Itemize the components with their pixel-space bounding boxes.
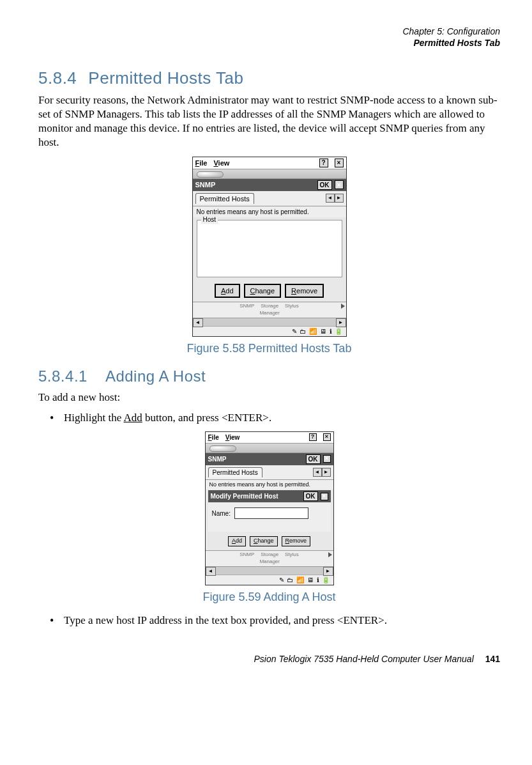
modify-host-window: Modify Permitted Host OK × Name: (208, 490, 331, 532)
menu-view-2[interactable]: View (225, 433, 240, 442)
name-label: Name: (212, 509, 231, 518)
heading-5-8-4: 5.8.4Permitted Hosts Tab (38, 68, 500, 89)
close-button[interactable]: × (335, 158, 344, 167)
intro-paragraph: For security reasons, the Network Admini… (38, 93, 500, 150)
help-button[interactable]: ? (319, 158, 328, 167)
subheading-number: 5.8.4.1 (38, 367, 87, 385)
name-field-row: Name: (208, 502, 331, 532)
page-header: Chapter 5: Configuration Permitted Hosts… (38, 26, 500, 49)
bullet-type-ip: Type a new host IP address in the text b… (38, 614, 500, 628)
note-text-2: No entries means any host is permitted. (206, 480, 333, 490)
scroll-track-2[interactable] (216, 567, 323, 575)
chapter-label: Chapter 5: Configuration (38, 26, 500, 37)
subheading-title: Adding A Host (105, 367, 206, 385)
menubar-2: File View ? × (206, 432, 333, 444)
remove-button[interactable]: Remove (285, 284, 324, 298)
horizontal-scrollbar[interactable]: ◄ ► (193, 318, 346, 326)
menu-file-2[interactable]: File (208, 433, 219, 442)
tab-scroll-left-2[interactable]: ◄ (313, 468, 322, 477)
tab-permitted-hosts[interactable]: Permitted Hosts (195, 193, 254, 204)
page-number: 141 (485, 654, 500, 664)
tab-permitted-hosts-2[interactable]: Permitted Hosts (208, 467, 262, 477)
page-footer: Psion Teklogix 7535 Hand-Held Computer U… (38, 653, 500, 665)
icon-storage-manager-2[interactable]: StorageManager (259, 552, 280, 565)
system-tray: ✎ 🗀 📶 🖥 ℹ 🔋 (193, 326, 346, 336)
window-decor (193, 169, 346, 179)
snmp-close-button[interactable]: × (335, 180, 344, 189)
tab-scroll-right-2[interactable]: ► (322, 468, 331, 477)
help-button-2[interactable]: ? (309, 433, 317, 441)
scroll-track[interactable] (203, 318, 336, 326)
heading-5-8-4-1: 5.8.4.1Adding A Host (38, 366, 500, 386)
heading-number: 5.8.4 (38, 68, 77, 88)
icon-stylus[interactable]: Stylus (285, 303, 299, 316)
icon-stylus-2[interactable]: Stylus (285, 552, 299, 565)
button-row-2: Add Change Remove (206, 534, 333, 550)
menubar: File View ? × (193, 157, 346, 169)
ok-button[interactable]: OK (317, 180, 332, 190)
snmp-title-2: SNMP (208, 455, 303, 463)
modify-titlebar: Modify Permitted Host OK × (208, 490, 331, 502)
menu-file[interactable]: File (195, 158, 208, 167)
change-button[interactable]: Change (244, 284, 282, 298)
horizontal-scrollbar-2[interactable]: ◄ ► (206, 566, 333, 575)
icon-snmp-2[interactable]: SNMP (239, 552, 254, 565)
modify-ok-button[interactable]: OK (303, 491, 318, 501)
section-label: Permitted Hosts Tab (38, 37, 500, 49)
bullet-highlight-add: Highlight the Add button, and press <ENT… (38, 411, 500, 425)
icon-storage-manager[interactable]: StorageManager (259, 303, 280, 316)
button-row: Add Change Remove (193, 281, 346, 302)
snmp-title: SNMP (195, 180, 315, 189)
modify-title: Modify Permitted Host (211, 492, 301, 500)
modify-close-button[interactable]: × (321, 493, 328, 500)
scroll-right[interactable]: ► (336, 318, 346, 327)
icon-snmp[interactable]: SNMP (239, 303, 254, 316)
taskbar-icons-2: SNMP StorageManager Stylus (206, 550, 333, 566)
snmp-close-button-2[interactable]: × (323, 455, 331, 463)
screenshot-adding-host: File View ? × SNMP OK × Permitted Hosts … (205, 431, 334, 585)
footer-title: Psion Teklogix 7535 Hand-Held Computer U… (254, 654, 474, 664)
tab-scroll-right[interactable]: ► (335, 194, 344, 203)
name-input[interactable] (234, 507, 308, 519)
system-tray-2: ✎ 🗀 📶 🖥 ℹ 🔋 (206, 575, 333, 585)
add-button-2[interactable]: Add (228, 536, 246, 546)
host-legend: Host (201, 215, 218, 224)
ok-button-2[interactable]: OK (306, 454, 321, 464)
para-add-host: To add a new host: (38, 390, 500, 405)
snmp-titlebar: SNMP OK × (193, 179, 346, 191)
host-list-panel: Host (197, 220, 342, 277)
scroll-left-2[interactable]: ◄ (206, 567, 216, 576)
add-button[interactable]: Add (215, 284, 240, 298)
screenshot-permitted-hosts: File View ? × SNMP OK × Permitted Hosts … (192, 157, 347, 337)
tab-scroll-left[interactable]: ◄ (326, 194, 335, 203)
window-decor-2 (206, 444, 333, 453)
tab-row: Permitted Hosts ◄ ► (193, 191, 346, 206)
snmp-titlebar-2: SNMP OK × (206, 453, 333, 465)
change-button-2[interactable]: Change (250, 536, 278, 546)
menu-view[interactable]: View (213, 158, 229, 167)
scroll-right-2[interactable]: ► (323, 567, 333, 576)
scroll-left[interactable]: ◄ (193, 318, 203, 327)
taskbar-icons: SNMP StorageManager Stylus (193, 302, 346, 318)
heading-title: Permitted Hosts Tab (88, 68, 243, 88)
remove-button-2[interactable]: Remove (282, 536, 311, 546)
figure-58-caption: Figure 5.58 Permitted Hosts Tab (38, 341, 500, 356)
add-link-text: Add (124, 412, 142, 424)
tab-row-2: Permitted Hosts ◄ ► (206, 465, 333, 480)
close-button-2[interactable]: × (323, 433, 331, 441)
figure-59-caption: Figure 5.59 Adding A Host (38, 590, 500, 605)
